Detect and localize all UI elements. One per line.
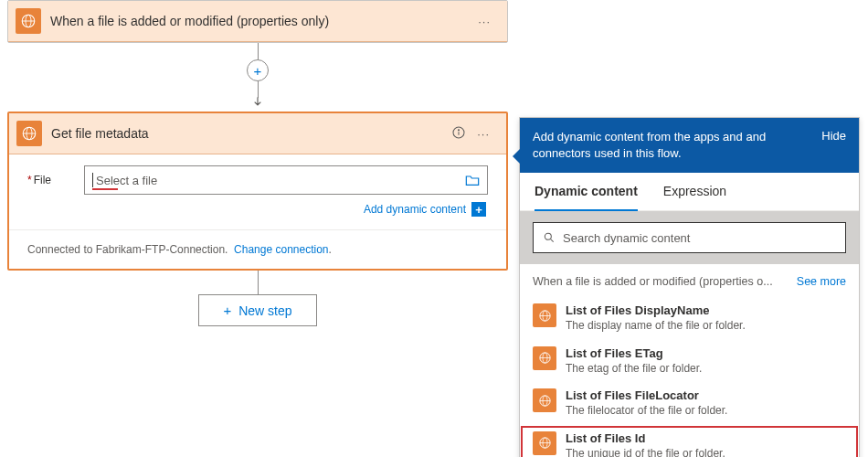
file-field-label: *File — [27, 174, 84, 186]
add-dynamic-content-icon[interactable]: + — [471, 202, 486, 217]
arrow-down-icon — [251, 98, 264, 112]
insert-step-button[interactable]: + — [247, 59, 269, 81]
dynamic-panel-header-text: Add dynamic content from the apps and an… — [533, 129, 812, 162]
panel-caret-icon — [513, 149, 520, 164]
search-input[interactable]: Search dynamic content — [533, 222, 846, 253]
ftp-connector-icon — [533, 303, 556, 327]
connection-status: Connected to Fabrikam-FTP-Connection. Ch… — [9, 229, 506, 269]
see-more-link[interactable]: See more — [797, 275, 846, 288]
dynamic-content-panel: Add dynamic content from the apps and an… — [519, 117, 860, 457]
trigger-title: When a file is added or modified (proper… — [50, 14, 472, 28]
info-icon[interactable] — [451, 125, 466, 143]
dynamic-content-item[interactable]: List of Files ETagThe etag of the file o… — [520, 340, 859, 382]
ftp-connector-icon — [533, 388, 556, 412]
ftp-connector-icon — [16, 121, 42, 146]
search-icon — [543, 231, 556, 244]
tab-dynamic-content[interactable]: Dynamic content — [535, 173, 638, 211]
svg-point-8 — [459, 129, 460, 130]
dynamic-item-title: List of Files Id — [566, 431, 725, 447]
dynamic-item-title: List of Files DisplayName — [566, 303, 746, 319]
dynamic-content-item[interactable]: List of Files DisplayNameThe display nam… — [520, 297, 859, 339]
dynamic-item-desc: The display name of the file or folder. — [566, 319, 746, 334]
new-step-button[interactable]: +New step — [198, 294, 316, 326]
dynamic-section-title: When a file is added or modified (proper… — [533, 275, 789, 288]
dynamic-item-desc: The etag of the file or folder. — [566, 362, 702, 377]
tab-expression[interactable]: Expression — [663, 173, 726, 210]
dynamic-item-desc: The filelocator of the file or folder. — [566, 404, 727, 419]
dynamic-item-title: List of Files FileLocator — [566, 388, 727, 404]
ftp-connector-icon — [16, 8, 41, 34]
dynamic-content-item[interactable]: List of Files IdThe unique id of the fil… — [520, 425, 859, 457]
change-connection-link[interactable]: Change connection — [234, 243, 328, 256]
action-menu-button[interactable]: ··· — [471, 127, 495, 141]
svg-line-10 — [551, 239, 554, 242]
file-input[interactable]: Select a file — [84, 165, 488, 195]
folder-picker-icon[interactable] — [465, 174, 480, 186]
search-placeholder: Search dynamic content — [563, 231, 690, 245]
dynamic-item-title: List of Files ETag — [566, 346, 702, 362]
trigger-menu-button[interactable]: ··· — [472, 15, 496, 28]
ftp-connector-icon — [533, 346, 556, 370]
trigger-card[interactable]: When a file is added or modified (proper… — [7, 0, 508, 43]
action-title: Get file metadata — [51, 126, 451, 141]
connector-line: + — [7, 43, 508, 112]
ftp-connector-icon — [533, 431, 556, 455]
action-card[interactable]: Get file metadata ··· *File Select a fil… — [7, 112, 508, 271]
svg-point-9 — [545, 234, 551, 240]
file-placeholder: Select a file — [96, 174, 157, 187]
add-dynamic-content-link[interactable]: Add dynamic content — [364, 203, 466, 216]
hide-panel-button[interactable]: Hide — [821, 129, 846, 162]
dynamic-item-desc: The unique id of the file or folder. — [566, 447, 725, 457]
dynamic-content-item[interactable]: List of Files FileLocatorThe filelocator… — [520, 382, 859, 424]
